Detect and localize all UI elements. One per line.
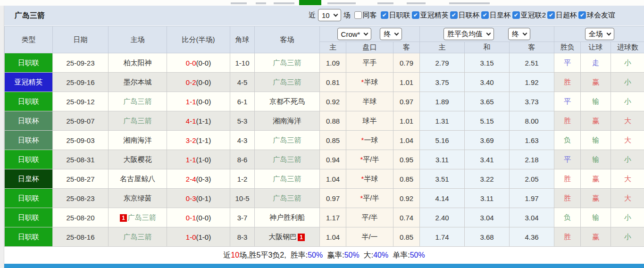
filter-label: 亚冠精英 xyxy=(420,11,449,20)
avg-draw-odds: 3.40 xyxy=(465,73,510,92)
home-team[interactable]: 墨尔本城 xyxy=(109,73,167,92)
result-wdl: 平 xyxy=(554,150,581,169)
league-type-badge: 日职联 xyxy=(5,53,53,73)
checkbox-icon[interactable] xyxy=(354,11,362,19)
active-tab-remnant[interactable] xyxy=(299,0,321,5)
match-row: 日职联 25-08-16 广岛三箭 1-0(1-0) 8-3 大阪钢巴1 1.0… xyxy=(5,227,644,247)
checkbox-icon[interactable]: ✔ xyxy=(578,11,586,19)
away-team[interactable]: 广岛三箭 xyxy=(255,73,320,92)
home-team[interactable]: 湘南海洋 xyxy=(109,131,167,150)
away-team[interactable]: 广岛三箭 xyxy=(255,53,320,73)
filter-checkbox-日皇杯[interactable]: ✔日皇杯 xyxy=(481,11,511,20)
away-team[interactable]: 广岛三箭 xyxy=(255,150,320,169)
team-name[interactable]: 京都不死鸟 xyxy=(269,97,305,105)
away-team[interactable]: 广岛三箭 xyxy=(255,169,320,189)
handicap-line: *半球 xyxy=(346,73,393,92)
team-name[interactable]: 大阪樱花 xyxy=(124,155,152,163)
avg-draw-odds: 3.69 xyxy=(465,131,510,150)
home-team[interactable]: 1广岛三箭 xyxy=(109,208,167,227)
team-name[interactable]: 湘南海洋 xyxy=(124,136,152,144)
filter-checkbox-日超杯[interactable]: ✔日超杯 xyxy=(547,11,577,20)
recent-suffix-label: 场 xyxy=(343,11,351,20)
match-row: 日联杯 25-09-03 湘南海洋 3-2(1-1) 4-3 广岛三箭 0.85… xyxy=(5,131,644,150)
away-team[interactable]: 大阪钢巴1 xyxy=(255,227,320,247)
checkbox-icon[interactable]: ✔ xyxy=(381,11,388,19)
team-name[interactable]: 柏太阳神 xyxy=(124,59,152,67)
score-cell: 3-2(1-1) xyxy=(167,131,230,150)
filter-checkbox-亚冠精英[interactable]: ✔亚冠精英 xyxy=(412,11,449,20)
avg-away-odds: 1.92 xyxy=(510,73,554,92)
team-name[interactable]: 广岛三箭 xyxy=(273,155,301,163)
handicap-away-odds: 0.74 xyxy=(393,208,420,227)
home-team[interactable]: 广岛三箭 xyxy=(109,92,167,111)
team-name[interactable]: 东京绿茵 xyxy=(124,194,152,202)
team-name[interactable]: 广岛三箭 xyxy=(124,233,152,241)
team-name[interactable]: 广岛三箭 xyxy=(273,78,301,86)
recent-count-select[interactable]: 10 xyxy=(318,9,341,21)
checkbox-icon[interactable]: ✔ xyxy=(412,11,419,19)
team-name[interactable]: 名古屋鲸八 xyxy=(120,175,155,183)
bookmaker-time-select[interactable]: 终 xyxy=(380,28,402,40)
team-name[interactable]: 广岛三箭 xyxy=(273,136,301,144)
away-team[interactable]: 京都不死鸟 xyxy=(255,92,320,111)
checkbox-icon[interactable]: ✔ xyxy=(512,11,520,19)
team-name[interactable]: 大阪钢巴 xyxy=(268,233,297,241)
checkbox-icon[interactable]: ✔ xyxy=(547,11,555,19)
avg-away-odds: 2.05 xyxy=(510,169,554,189)
checkbox-icon[interactable]: ✔ xyxy=(481,11,489,19)
team-name[interactable]: 神户胜利船 xyxy=(269,213,305,221)
corners-cell: 3-7 xyxy=(230,208,255,227)
team-name[interactable]: 广岛三箭 xyxy=(273,175,301,183)
result-wdl: 胜 xyxy=(554,169,581,189)
same-away-checkbox[interactable]: 同客 xyxy=(354,11,377,20)
away-team[interactable]: 广岛三箭 xyxy=(255,131,320,150)
team-name[interactable]: 墨尔本城 xyxy=(124,78,152,86)
team-name[interactable]: 广岛三箭 xyxy=(273,194,301,202)
team-name[interactable]: 广岛三箭 xyxy=(128,213,156,221)
team-name[interactable]: 湘南海洋 xyxy=(273,117,301,125)
europe-time-select[interactable]: 终 xyxy=(508,28,530,40)
scope-select[interactable]: 全场 xyxy=(585,28,614,40)
result-goals: 大 xyxy=(611,169,644,189)
home-team[interactable]: 柏太阳神 xyxy=(109,53,167,73)
home-team[interactable]: 名古屋鲸八 xyxy=(109,169,167,189)
match-row: 日职联 25-09-23 柏太阳神 0-0(0-0) 1-10 广岛三箭 1.0… xyxy=(5,53,644,73)
away-team[interactable]: 神户胜利船 xyxy=(255,208,320,227)
away-team[interactable]: 广岛三箭 xyxy=(255,189,320,208)
home-team[interactable]: 广岛三箭 xyxy=(109,111,167,131)
filter-checkbox-球会友谊[interactable]: ✔球会友谊 xyxy=(578,11,615,20)
match-date: 25-08-20 xyxy=(53,208,109,227)
handicap-home-odds: 0.88 xyxy=(320,111,346,131)
team-name[interactable]: 广岛三箭 xyxy=(124,117,152,125)
avg-away-odds: 1.97 xyxy=(510,189,554,208)
result-goals: 小 xyxy=(611,73,644,92)
clipped-text-fragment xyxy=(407,2,426,4)
filter-label: 日联杯 xyxy=(459,11,480,20)
avg-home-odds: 2.40 xyxy=(420,208,465,227)
home-team[interactable]: 广岛三箭 xyxy=(109,227,167,247)
score-cell: 2-4(0-3) xyxy=(167,169,230,189)
europe-odds-select[interactable]: 胜平负均值 xyxy=(443,28,494,40)
checkbox-icon[interactable]: ✔ xyxy=(450,11,458,19)
team-name[interactable]: 广岛三箭 xyxy=(124,97,152,105)
filter-checkbox-日职联[interactable]: ✔日职联 xyxy=(381,11,410,20)
match-row: 日职联 25-08-31 大阪樱花 1-1(1-0) 8-6 广岛三箭 0.94… xyxy=(5,150,644,169)
bookmaker-select[interactable]: Crow* xyxy=(337,28,372,40)
home-team[interactable]: 东京绿茵 xyxy=(109,189,167,208)
filter-checkbox-日联杯[interactable]: ✔日联杯 xyxy=(450,11,480,20)
rank-badge: 1 xyxy=(298,234,305,241)
bottom-bar xyxy=(4,264,644,268)
team-name[interactable]: 广岛三箭 xyxy=(273,59,301,67)
home-team[interactable]: 大阪樱花 xyxy=(109,150,167,169)
filter-checkbox-亚冠联2[interactable]: ✔亚冠联2 xyxy=(512,11,546,20)
handicap-star: * xyxy=(361,136,364,144)
away-team[interactable]: 湘南海洋 xyxy=(255,111,320,131)
handicap-line: 半球 xyxy=(346,92,393,111)
match-row: 日职联 25-08-23 东京绿茵 0-3(0-1) 10-5 广岛三箭 0.9… xyxy=(5,189,644,208)
col-header-home: 主场 xyxy=(109,26,167,53)
corners-cell: 4-5 xyxy=(230,73,255,92)
result-handicap: 输 xyxy=(581,92,611,111)
result-group-header: 全场 xyxy=(554,26,644,42)
result-goals: 小 xyxy=(611,227,644,247)
result-wdl: 胜 xyxy=(554,227,581,247)
